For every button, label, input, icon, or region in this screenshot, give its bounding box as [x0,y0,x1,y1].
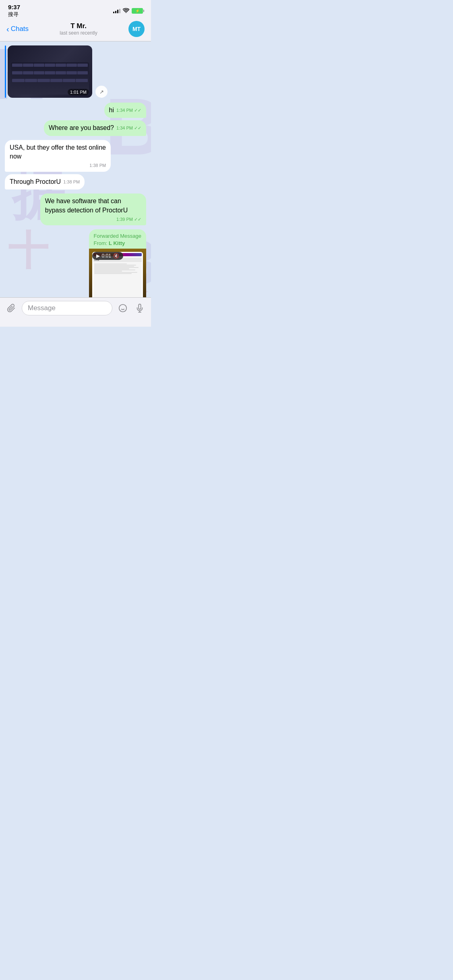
nav-bar: ‹ Chats T Mr. last seen recently MT [0,18,151,41]
message-text: hi [109,107,114,113]
message-input[interactable]: Message [22,301,112,315]
forwarded-header: Forwarded Message From: L Kitty [89,229,147,249]
status-time: 9:37 [8,4,20,10]
message-placeholder: Message [28,304,56,312]
table-row: We have software that can bypass detecti… [5,194,146,225]
battery-icon: ⚡ [132,8,143,14]
share-button[interactable]: ↗ [95,86,108,98]
message-bubble-based[interactable]: Where are you based? 1:34 PM ✓✓ [44,120,146,136]
message-time: 1:39 PM ✓✓ [116,216,141,222]
back-label: Chats [11,25,29,33]
search-label: 搜寻 [8,11,20,18]
table-row: hi 1:34 PM ✓✓ [5,103,146,118]
blue-accent-line [5,45,6,98]
forwarded-from: From: L Kitty [94,240,142,247]
nav-center: T Mr. last seen recently [29,22,128,36]
image-time-badge: 1:01 PM [68,89,89,95]
table-row: 1:01 PM ↗ [5,45,146,98]
message-time: 1:34 PM ✓✓ [116,125,141,131]
chat-area: 1:01 PM ↗ hi 1:34 PM ✓✓ Where are you ba… [0,41,151,299]
mic-button[interactable] [133,302,146,315]
message-text: USA, but they offer the test online now [10,144,106,160]
svg-point-0 [119,305,126,312]
message-time: 1:38 PM [63,179,80,185]
video-thumbnail[interactable]: GRE [89,249,147,299]
table-row: USA, but they offer the test online now … [5,140,146,172]
message-time: 1:38 PM [10,163,106,169]
back-chevron-icon: ‹ [6,25,9,33]
chat-subtitle: last seen recently [29,30,128,36]
video-duration: 0:01 [102,253,111,259]
status-bar: 9:37 搜寻 ⚡ [0,0,151,18]
forwarded-text: Forwarded Message [94,233,142,240]
message-time: 1:34 PM ✓✓ [116,107,141,113]
avatar[interactable]: MT [128,21,145,37]
message-bubble-software[interactable]: We have software that can bypass detecti… [40,194,146,225]
wifi-icon [123,8,129,14]
emoji-button[interactable] [116,302,129,315]
video-play-badge[interactable]: ▶ 0:01 🔇 [92,252,123,260]
message-text: We have software that can bypass detecti… [45,198,128,213]
input-bar: Message [0,297,151,327]
image-bubble[interactable]: 1:01 PM [8,45,92,98]
status-icons: ⚡ [113,8,143,14]
volume-icon: 🔇 [113,253,119,259]
message-bubble-hi[interactable]: hi 1:34 PM ✓✓ [104,103,146,118]
table-row: Through ProctorU 1:38 PM [5,174,146,189]
message-text: Through ProctorU [10,178,61,185]
chat-title: T Mr. [29,22,128,30]
table-row: Forwarded Message From: L Kitty GRE [5,229,146,299]
play-icon: ▶ [96,253,100,259]
back-button[interactable]: ‹ Chats [6,25,29,33]
message-text: Where are you based? [49,124,114,131]
forwarded-video-bubble[interactable]: Forwarded Message From: L Kitty GRE [89,229,147,299]
table-row: Where are you based? 1:34 PM ✓✓ [5,120,146,136]
message-bubble-usa[interactable]: USA, but they offer the test online now … [5,140,111,172]
signal-bars-icon [113,8,120,13]
message-bubble-proctoru[interactable]: Through ProctorU 1:38 PM [5,174,85,189]
attach-button[interactable] [5,302,18,315]
